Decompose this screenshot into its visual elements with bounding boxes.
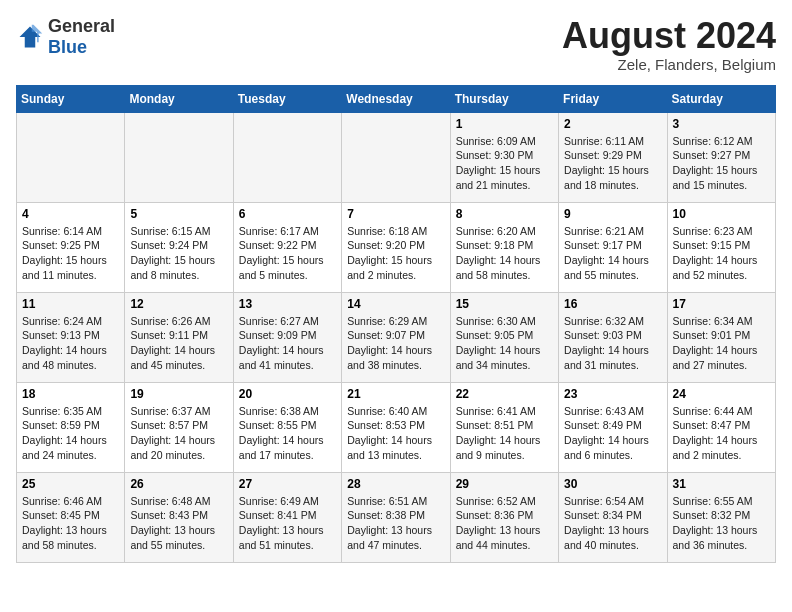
header-row: SundayMondayTuesdayWednesdayThursdayFrid…: [17, 85, 776, 112]
day-number: 29: [456, 477, 553, 491]
day-number: 31: [673, 477, 770, 491]
calendar-cell: 2Sunrise: 6:11 AMSunset: 9:29 PMDaylight…: [559, 112, 667, 202]
day-info: Sunrise: 6:41 AMSunset: 8:51 PMDaylight:…: [456, 404, 553, 463]
day-number: 30: [564, 477, 661, 491]
header-day-thursday: Thursday: [450, 85, 558, 112]
header-day-friday: Friday: [559, 85, 667, 112]
calendar-cell: 20Sunrise: 6:38 AMSunset: 8:55 PMDayligh…: [233, 382, 341, 472]
calendar-cell: 24Sunrise: 6:44 AMSunset: 8:47 PMDayligh…: [667, 382, 775, 472]
header-day-wednesday: Wednesday: [342, 85, 450, 112]
day-number: 4: [22, 207, 119, 221]
calendar-cell: 26Sunrise: 6:48 AMSunset: 8:43 PMDayligh…: [125, 472, 233, 562]
day-number: 19: [130, 387, 227, 401]
day-number: 3: [673, 117, 770, 131]
day-number: 13: [239, 297, 336, 311]
calendar-cell: 3Sunrise: 6:12 AMSunset: 9:27 PMDaylight…: [667, 112, 775, 202]
day-info: Sunrise: 6:14 AMSunset: 9:25 PMDaylight:…: [22, 224, 119, 283]
calendar-cell: [342, 112, 450, 202]
day-info: Sunrise: 6:54 AMSunset: 8:34 PMDaylight:…: [564, 494, 661, 553]
calendar-cell: 12Sunrise: 6:26 AMSunset: 9:11 PMDayligh…: [125, 292, 233, 382]
day-info: Sunrise: 6:52 AMSunset: 8:36 PMDaylight:…: [456, 494, 553, 553]
calendar-cell: 18Sunrise: 6:35 AMSunset: 8:59 PMDayligh…: [17, 382, 125, 472]
header-day-sunday: Sunday: [17, 85, 125, 112]
day-number: 18: [22, 387, 119, 401]
day-info: Sunrise: 6:49 AMSunset: 8:41 PMDaylight:…: [239, 494, 336, 553]
day-info: Sunrise: 6:38 AMSunset: 8:55 PMDaylight:…: [239, 404, 336, 463]
day-number: 6: [239, 207, 336, 221]
day-info: Sunrise: 6:26 AMSunset: 9:11 PMDaylight:…: [130, 314, 227, 373]
calendar-cell: 25Sunrise: 6:46 AMSunset: 8:45 PMDayligh…: [17, 472, 125, 562]
day-number: 25: [22, 477, 119, 491]
logo-blue: Blue: [48, 37, 87, 57]
day-info: Sunrise: 6:46 AMSunset: 8:45 PMDaylight:…: [22, 494, 119, 553]
day-info: Sunrise: 6:35 AMSunset: 8:59 PMDaylight:…: [22, 404, 119, 463]
day-info: Sunrise: 6:40 AMSunset: 8:53 PMDaylight:…: [347, 404, 444, 463]
day-number: 17: [673, 297, 770, 311]
calendar-cell: 14Sunrise: 6:29 AMSunset: 9:07 PMDayligh…: [342, 292, 450, 382]
calendar-header: SundayMondayTuesdayWednesdayThursdayFrid…: [17, 85, 776, 112]
day-info: Sunrise: 6:43 AMSunset: 8:49 PMDaylight:…: [564, 404, 661, 463]
calendar-cell: 29Sunrise: 6:52 AMSunset: 8:36 PMDayligh…: [450, 472, 558, 562]
calendar-cell: 1Sunrise: 6:09 AMSunset: 9:30 PMDaylight…: [450, 112, 558, 202]
calendar-week-5: 25Sunrise: 6:46 AMSunset: 8:45 PMDayligh…: [17, 472, 776, 562]
day-number: 11: [22, 297, 119, 311]
day-number: 12: [130, 297, 227, 311]
calendar-cell: 9Sunrise: 6:21 AMSunset: 9:17 PMDaylight…: [559, 202, 667, 292]
calendar-cell: 8Sunrise: 6:20 AMSunset: 9:18 PMDaylight…: [450, 202, 558, 292]
logo-icon: [16, 23, 44, 51]
calendar-body: 1Sunrise: 6:09 AMSunset: 9:30 PMDaylight…: [17, 112, 776, 562]
day-info: Sunrise: 6:12 AMSunset: 9:27 PMDaylight:…: [673, 134, 770, 193]
page-header: General Blue August 2024 Zele, Flanders,…: [16, 16, 776, 73]
calendar-cell: 23Sunrise: 6:43 AMSunset: 8:49 PMDayligh…: [559, 382, 667, 472]
main-title: August 2024: [562, 16, 776, 56]
calendar-cell: 28Sunrise: 6:51 AMSunset: 8:38 PMDayligh…: [342, 472, 450, 562]
subtitle: Zele, Flanders, Belgium: [562, 56, 776, 73]
day-number: 5: [130, 207, 227, 221]
calendar-cell: 15Sunrise: 6:30 AMSunset: 9:05 PMDayligh…: [450, 292, 558, 382]
day-number: 16: [564, 297, 661, 311]
calendar-cell: 30Sunrise: 6:54 AMSunset: 8:34 PMDayligh…: [559, 472, 667, 562]
calendar-cell: [125, 112, 233, 202]
day-info: Sunrise: 6:44 AMSunset: 8:47 PMDaylight:…: [673, 404, 770, 463]
day-info: Sunrise: 6:21 AMSunset: 9:17 PMDaylight:…: [564, 224, 661, 283]
day-number: 28: [347, 477, 444, 491]
calendar-week-1: 1Sunrise: 6:09 AMSunset: 9:30 PMDaylight…: [17, 112, 776, 202]
calendar-cell: 31Sunrise: 6:55 AMSunset: 8:32 PMDayligh…: [667, 472, 775, 562]
calendar-cell: 4Sunrise: 6:14 AMSunset: 9:25 PMDaylight…: [17, 202, 125, 292]
day-number: 26: [130, 477, 227, 491]
day-info: Sunrise: 6:15 AMSunset: 9:24 PMDaylight:…: [130, 224, 227, 283]
calendar-week-4: 18Sunrise: 6:35 AMSunset: 8:59 PMDayligh…: [17, 382, 776, 472]
logo-general: General: [48, 16, 115, 36]
day-number: 9: [564, 207, 661, 221]
calendar-cell: 21Sunrise: 6:40 AMSunset: 8:53 PMDayligh…: [342, 382, 450, 472]
calendar-week-2: 4Sunrise: 6:14 AMSunset: 9:25 PMDaylight…: [17, 202, 776, 292]
day-info: Sunrise: 6:48 AMSunset: 8:43 PMDaylight:…: [130, 494, 227, 553]
day-info: Sunrise: 6:37 AMSunset: 8:57 PMDaylight:…: [130, 404, 227, 463]
day-info: Sunrise: 6:29 AMSunset: 9:07 PMDaylight:…: [347, 314, 444, 373]
day-number: 21: [347, 387, 444, 401]
calendar-cell: [17, 112, 125, 202]
calendar-cell: 13Sunrise: 6:27 AMSunset: 9:09 PMDayligh…: [233, 292, 341, 382]
header-day-tuesday: Tuesday: [233, 85, 341, 112]
header-day-saturday: Saturday: [667, 85, 775, 112]
day-number: 22: [456, 387, 553, 401]
day-number: 24: [673, 387, 770, 401]
calendar-cell: 17Sunrise: 6:34 AMSunset: 9:01 PMDayligh…: [667, 292, 775, 382]
title-block: August 2024 Zele, Flanders, Belgium: [562, 16, 776, 73]
calendar-week-3: 11Sunrise: 6:24 AMSunset: 9:13 PMDayligh…: [17, 292, 776, 382]
calendar-cell: 7Sunrise: 6:18 AMSunset: 9:20 PMDaylight…: [342, 202, 450, 292]
day-number: 27: [239, 477, 336, 491]
day-info: Sunrise: 6:09 AMSunset: 9:30 PMDaylight:…: [456, 134, 553, 193]
day-number: 14: [347, 297, 444, 311]
day-info: Sunrise: 6:24 AMSunset: 9:13 PMDaylight:…: [22, 314, 119, 373]
day-info: Sunrise: 6:55 AMSunset: 8:32 PMDaylight:…: [673, 494, 770, 553]
day-number: 10: [673, 207, 770, 221]
day-info: Sunrise: 6:30 AMSunset: 9:05 PMDaylight:…: [456, 314, 553, 373]
day-info: Sunrise: 6:18 AMSunset: 9:20 PMDaylight:…: [347, 224, 444, 283]
calendar-cell: 5Sunrise: 6:15 AMSunset: 9:24 PMDaylight…: [125, 202, 233, 292]
day-number: 23: [564, 387, 661, 401]
day-info: Sunrise: 6:20 AMSunset: 9:18 PMDaylight:…: [456, 224, 553, 283]
calendar-cell: 19Sunrise: 6:37 AMSunset: 8:57 PMDayligh…: [125, 382, 233, 472]
day-number: 8: [456, 207, 553, 221]
calendar-cell: 27Sunrise: 6:49 AMSunset: 8:41 PMDayligh…: [233, 472, 341, 562]
